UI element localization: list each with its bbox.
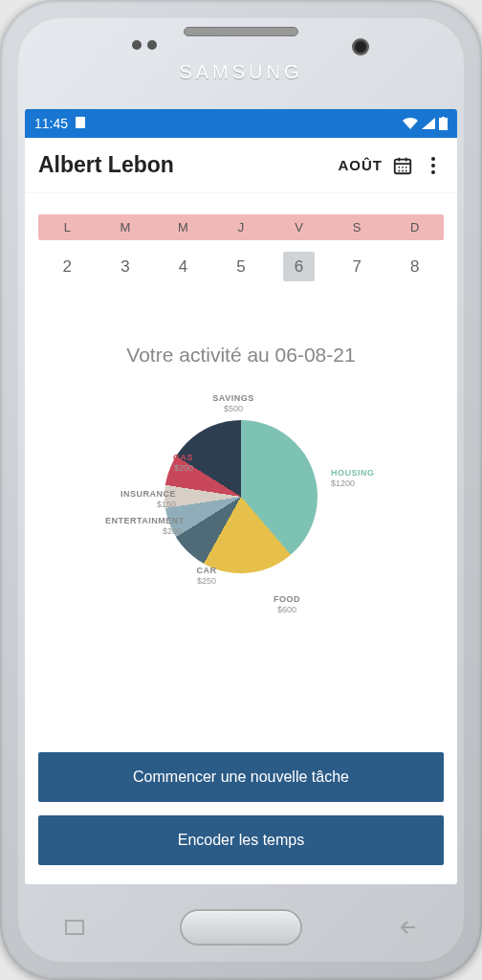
day-cell[interactable]: 7 [328,250,386,284]
slice-label-gas: GAS$200 [117,453,193,474]
svg-point-10 [402,169,404,171]
day-cell[interactable]: 5 [212,250,271,284]
phone-frame: SAMSUNG 11:45 Albert Lebon AOÛT [0,0,482,980]
svg-point-11 [405,169,407,171]
day-cell[interactable]: 2 [38,250,97,284]
svg-point-6 [398,166,400,167]
svg-rect-1 [442,117,445,119]
battery-icon [439,117,448,130]
phone-top-hardware: SAMSUNG [17,17,465,109]
page-title: Albert Lebon [38,152,329,178]
clock: 11:45 [34,116,68,131]
app-bar: Albert Lebon AOÛT [25,138,457,193]
recent-apps-icon [65,920,84,935]
calendar-icon[interactable] [392,155,413,176]
svg-point-9 [398,169,400,171]
camera-icon [352,38,369,56]
status-bar: 11:45 [25,109,457,138]
back-icon [398,920,417,935]
week-header: L M M J V S D [38,214,444,240]
screen: 11:45 Albert Lebon AOÛT [25,109,457,884]
sdcard-icon [76,117,85,128]
weekday-label: V [270,214,328,240]
pie-chart: SAVINGS$500 GAS$200 INSURANCE$150 ENTERT… [38,391,444,621]
month-selector[interactable]: AOÛT [339,157,383,173]
slice-label-car: CAR$250 [168,566,245,587]
svg-point-7 [402,166,404,167]
day-cell[interactable]: 3 [97,250,155,284]
start-task-button[interactable]: Commencer une nouvelle tâche [38,752,444,802]
slice-label-savings: SAVINGS$500 [195,393,272,414]
brand-label: SAMSUNG [179,61,302,83]
day-cell[interactable]: 8 [385,250,444,284]
activity-title: Votre activité au 06-08-21 [38,344,444,367]
weekday-label: M [154,214,212,240]
signal-icon [422,118,435,129]
day-cell-selected[interactable]: 6 [270,250,328,284]
slice-label-insurance: INSURANCE$150 [99,489,176,510]
days-row: 2 3 4 5 6 7 8 [38,250,444,284]
weekday-label: M [97,214,155,240]
weekday-label: J [212,214,271,240]
wifi-icon [403,118,418,129]
slice-label-housing: HOUSING$1200 [331,468,407,489]
home-button[interactable] [180,909,302,946]
svg-rect-0 [439,118,448,130]
svg-point-8 [405,166,407,167]
day-cell[interactable]: 4 [154,250,212,284]
svg-rect-12 [66,921,83,934]
weekday-label: L [38,214,97,240]
phone-inner: SAMSUNG 11:45 Albert Lebon AOÛT [17,17,465,963]
weekday-label: D [385,214,444,240]
encode-time-button[interactable]: Encoder les temps [38,815,444,865]
phone-bottom-hardware [17,892,465,963]
weekday-label: S [328,214,386,240]
content: L M M J V S D 2 3 4 5 6 7 8 Votre activi… [25,193,457,884]
slice-label-entertainment: ENTERTAINMENT$200 [105,516,182,537]
slice-label-food: FOOD$600 [249,594,325,615]
more-icon[interactable] [423,157,444,174]
